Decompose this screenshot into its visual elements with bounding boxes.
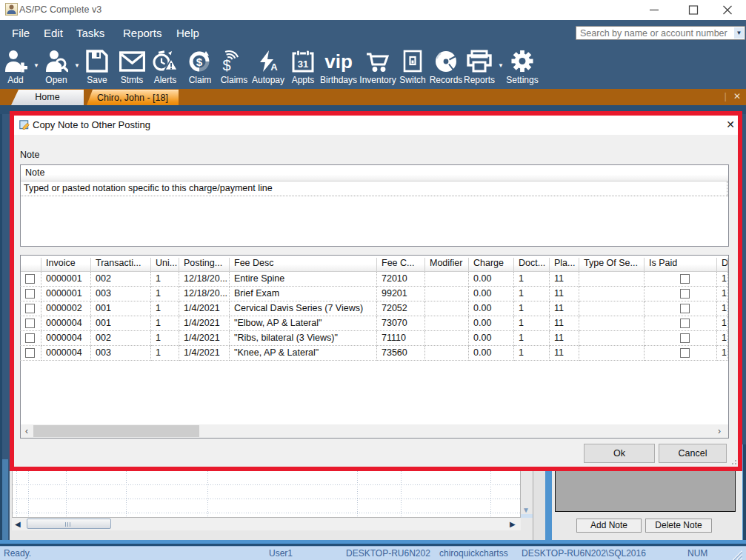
svg-text:$: $ [222, 57, 230, 73]
svg-text:$: $ [196, 56, 203, 68]
svg-text:vip: vip [324, 50, 353, 73]
svg-text:31: 31 [298, 59, 308, 70]
